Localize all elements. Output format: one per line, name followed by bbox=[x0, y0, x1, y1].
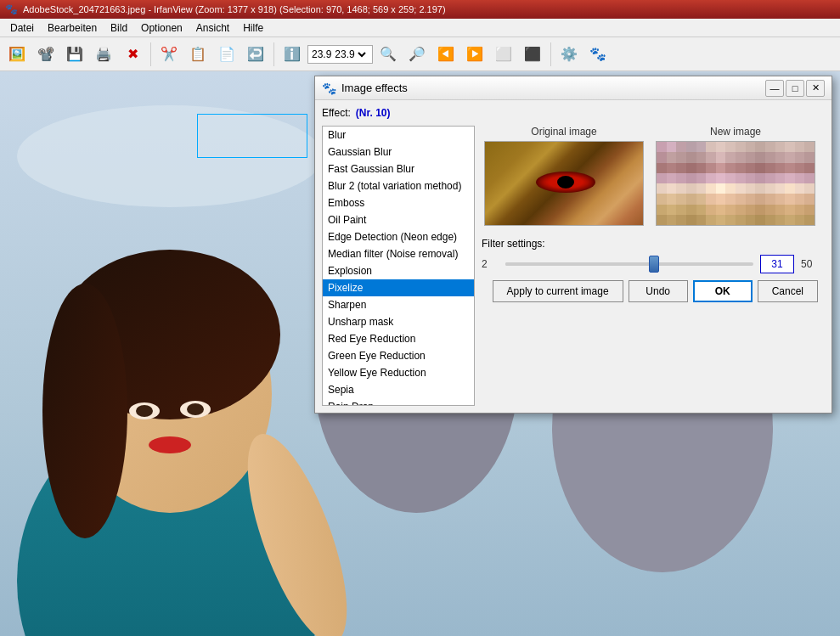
pixel-cell bbox=[696, 173, 707, 183]
effect-list-item[interactable]: Gaussian Blur bbox=[323, 144, 474, 160]
dialog-maximize-button[interactable]: □ bbox=[786, 80, 804, 97]
pixel-cell bbox=[725, 152, 736, 162]
toolbar-batch[interactable]: ⚙️ bbox=[555, 41, 583, 68]
effect-list-item[interactable]: Edge Detection (Neon edge) bbox=[323, 228, 474, 245]
toolbar-fit-wh[interactable]: ⬜ bbox=[490, 41, 517, 68]
pixel-cell bbox=[746, 152, 756, 162]
toolbar-filmstrip[interactable]: 📽️ bbox=[32, 41, 59, 68]
effect-list-item[interactable]: Oil Paint bbox=[323, 211, 474, 228]
effect-list-item[interactable]: Blur bbox=[323, 127, 474, 144]
pixel-cell bbox=[667, 205, 677, 215]
eye-simulation bbox=[536, 172, 595, 193]
toolbar-undo-move[interactable]: ↩️ bbox=[242, 41, 269, 68]
effect-list-item[interactable]: Green Eye Reduction bbox=[323, 347, 474, 364]
toolbar-delete[interactable]: ✖ bbox=[119, 41, 146, 68]
cancel-button[interactable]: Cancel bbox=[758, 280, 818, 302]
effect-list-item[interactable]: Sharpen bbox=[323, 296, 474, 313]
pixel-cell bbox=[785, 163, 795, 173]
menu-item-bearbeiten[interactable]: Bearbeiten bbox=[41, 20, 104, 36]
pixel-cell bbox=[804, 194, 815, 204]
ok-button[interactable]: OK bbox=[693, 280, 753, 302]
pixel-cell bbox=[716, 152, 726, 162]
pixel-cell bbox=[706, 173, 716, 183]
dialog-title-bar: 🐾 Image effects — □ ✕ bbox=[315, 76, 832, 100]
toolbar-save[interactable]: 💾 bbox=[61, 41, 88, 68]
pixel-cell bbox=[755, 163, 765, 173]
pixel-cell bbox=[765, 163, 775, 173]
pixel-cell bbox=[746, 142, 756, 152]
pixel-cell bbox=[686, 183, 696, 194]
menu-item-optionen[interactable]: Optionen bbox=[134, 20, 189, 36]
pixel-cell bbox=[725, 183, 736, 194]
effect-list-item[interactable]: Yellow Eye Reduction bbox=[323, 364, 474, 381]
zoom-control[interactable]: 23.9 23.9 50 100 bbox=[307, 45, 373, 64]
pixel-cell bbox=[716, 205, 726, 215]
toolbar-zoom-in[interactable]: 🔍 bbox=[375, 41, 402, 68]
original-panel: Original image bbox=[482, 126, 646, 226]
main-area: 🐾 Image effects — □ ✕ Effect: (Nr. 10) B… bbox=[0, 71, 840, 636]
toolbar-print[interactable]: 🖨️ bbox=[90, 41, 117, 68]
toolbar-mascot[interactable]: 🐾 bbox=[584, 41, 612, 68]
pixel-cell bbox=[736, 215, 746, 225]
effect-list-item[interactable]: Pixelize bbox=[323, 279, 474, 296]
pixel-cell bbox=[746, 205, 756, 215]
pixel-cell bbox=[686, 194, 696, 204]
pixel-cell bbox=[686, 142, 696, 152]
effect-list-item[interactable]: Unsharp mask bbox=[323, 313, 474, 330]
svg-point-7 bbox=[149, 436, 191, 453]
toolbar-info[interactable]: ℹ️ bbox=[279, 41, 306, 68]
toolbar-prev[interactable]: ◀️ bbox=[432, 41, 459, 68]
effect-list-item[interactable]: Explosion bbox=[323, 262, 474, 279]
slider-thumb[interactable] bbox=[649, 256, 659, 273]
pixel-cell bbox=[795, 163, 805, 173]
apply-button[interactable]: Apply to current image bbox=[493, 280, 623, 302]
effect-list-item[interactable]: Rain Drop bbox=[323, 398, 474, 406]
zoom-select[interactable]: 23.9 50 100 bbox=[331, 48, 369, 61]
toolbar-fit-w[interactable]: ⬛ bbox=[519, 41, 546, 68]
pixel-cell bbox=[765, 142, 775, 152]
dialog-minimize-button[interactable]: — bbox=[765, 80, 784, 97]
pixel-cell bbox=[706, 194, 716, 204]
effect-list-item[interactable]: Sepia bbox=[323, 381, 474, 398]
effect-list-item[interactable]: Median filter (Noise removal) bbox=[323, 245, 474, 262]
pixel-cell bbox=[657, 173, 667, 183]
pixel-cell bbox=[686, 173, 696, 183]
pixel-cell bbox=[775, 205, 786, 215]
menu-item-datei[interactable]: Datei bbox=[3, 20, 41, 36]
pixel-cell bbox=[725, 173, 736, 183]
pixel-cell bbox=[667, 183, 677, 194]
pixel-cell bbox=[804, 183, 815, 194]
pixel-cell bbox=[676, 183, 686, 194]
effect-list-item[interactable]: Blur 2 (total variation method) bbox=[323, 177, 474, 194]
pixel-cell bbox=[746, 194, 756, 204]
toolbar-next[interactable]: ▶️ bbox=[461, 41, 488, 68]
menu-item-hilfe[interactable]: Hilfe bbox=[236, 20, 270, 36]
pixel-cell bbox=[746, 215, 756, 225]
filter-value-box[interactable]: 31 bbox=[760, 255, 794, 273]
menu-item-ansicht[interactable]: Ansicht bbox=[189, 20, 236, 36]
effect-list-item[interactable]: Fast Gaussian Blur bbox=[323, 160, 474, 177]
toolbar-copy[interactable]: 📋 bbox=[184, 41, 211, 68]
pixel-cell bbox=[736, 173, 746, 183]
dialog-close-button[interactable]: ✕ bbox=[806, 80, 825, 97]
pixel-cell bbox=[785, 194, 795, 204]
pixel-cell bbox=[667, 194, 677, 204]
menu-item-bild[interactable]: Bild bbox=[104, 20, 134, 36]
toolbar-cut[interactable]: ✂️ bbox=[155, 41, 183, 68]
slider-track bbox=[505, 262, 753, 266]
menu-bar: DateiBearbeitenBildOptionenAnsichtHilfe bbox=[0, 19, 840, 37]
effect-list-item[interactable]: Red Eye Reduction bbox=[323, 330, 474, 347]
toolbar-open[interactable]: 🖼️ bbox=[3, 41, 31, 68]
pixel-cell bbox=[725, 163, 736, 173]
new-preview bbox=[656, 141, 815, 226]
toolbar-zoom-out[interactable]: 🔎 bbox=[403, 41, 431, 68]
pixel-cell bbox=[804, 142, 815, 152]
pixel-cell bbox=[755, 215, 765, 225]
pixel-cell bbox=[736, 163, 746, 173]
toolbar-paste[interactable]: 📄 bbox=[213, 41, 240, 68]
undo-button[interactable]: Undo bbox=[629, 280, 688, 302]
filter-slider[interactable] bbox=[505, 256, 753, 273]
effect-list-item[interactable]: Emboss bbox=[323, 194, 474, 211]
pixel-cell bbox=[755, 173, 765, 183]
effects-list-container[interactable]: BlurGaussian BlurFast Gaussian BlurBlur … bbox=[322, 126, 475, 406]
